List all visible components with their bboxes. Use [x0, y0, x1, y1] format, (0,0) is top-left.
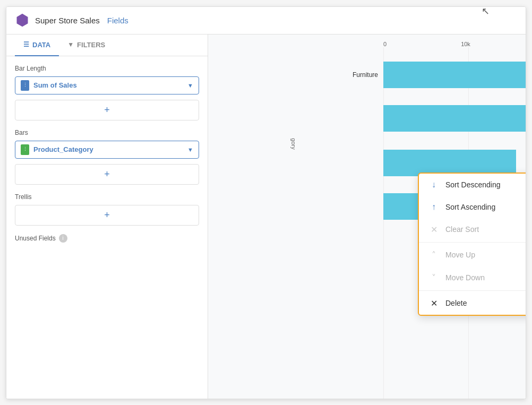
left-panel: ☰ DATA ▼ FILTERS Bar Length ⋮ [6, 35, 208, 399]
menu-item-clear-sort: ✕ Clear Sort [419, 218, 526, 241]
axis-label-10k: 10k [461, 41, 470, 47]
product-category-icon: ⋮ [21, 144, 29, 155]
move-up-label: Move Up [445, 251, 475, 259]
svg-marker-0 [17, 14, 28, 27]
sum-of-sales-text: Sum of Sales [33, 81, 183, 89]
bar-2 [383, 105, 526, 132]
bar-row-furniture: Furniture [208, 57, 526, 93]
move-up-icon: ˄ [428, 250, 439, 260]
bar-length-section: Bar Length ⋮ Sum of Sales ▼ + [15, 65, 199, 120]
menu-item-move-down: ˅ Move Down [419, 266, 526, 289]
trellis-section: Trellis + [15, 193, 199, 226]
menu-item-move-up: ˄ Move Up [419, 244, 526, 266]
tabs-bar: ☰ DATA ▼ FILTERS [6, 35, 208, 56]
filter-tab-icon: ▼ [67, 41, 74, 48]
clear-sort-icon: ✕ [428, 225, 439, 235]
add-trellis-btn[interactable]: + [15, 205, 199, 226]
menu-item-sort-asc[interactable]: ↑ Sort Ascending [419, 196, 526, 218]
panel-content: Bar Length ⋮ Sum of Sales ▼ + Bars [6, 56, 208, 399]
bar-furniture [383, 62, 526, 88]
app-window: Super Store Sales Fields ↖ ☰ DATA ▼ FILT… [6, 6, 526, 399]
bar-row-2 [208, 100, 526, 136]
move-down-icon: ˅ [428, 273, 439, 283]
menu-separator-1 [419, 242, 526, 243]
add-bars-btn[interactable]: + [15, 164, 199, 185]
bar-label-furniture: Furniture [208, 71, 383, 79]
sort-desc-icon: ↓ [428, 180, 439, 189]
unused-fields-row: Unused Fields i [15, 234, 199, 243]
trellis-label: Trellis [15, 193, 199, 201]
menu-separator-2 [419, 290, 526, 291]
header: Super Store Sales Fields ↖ [6, 7, 526, 35]
unused-fields-info-icon[interactable]: i [59, 234, 67, 243]
tab-data-label: DATA [32, 41, 50, 49]
unused-fields-label: Unused Fields [15, 235, 56, 242]
product-category-text: Product_Category [33, 145, 183, 153]
clear-sort-label: Clear Sort [445, 225, 479, 234]
axis-label-0: 0 [383, 41, 387, 47]
menu-item-delete[interactable]: ✕ Delete [419, 292, 526, 315]
main-area: ☰ DATA ▼ FILTERS Bar Length ⋮ [6, 35, 526, 399]
tab-data[interactable]: ☰ DATA [15, 35, 59, 56]
fields-link[interactable]: Fields [107, 16, 128, 25]
product-category-pill[interactable]: ⋮ Product_Category ▼ [15, 141, 199, 159]
data-tab-icon: ☰ [23, 41, 29, 48]
sum-of-sales-icon: ⋮ [21, 80, 29, 91]
context-menu: ↓ Sort Descending ↑ Sort Ascending ✕ Cle… [418, 173, 526, 316]
sum-of-sales-chevron: ▼ [187, 82, 193, 89]
bar-length-label: Bar Length [15, 65, 199, 72]
sum-of-sales-pill[interactable]: ⋮ Sum of Sales ▼ [15, 76, 199, 94]
product-category-chevron: ▼ [187, 147, 193, 153]
menu-item-sort-desc[interactable]: ↓ Sort Descending [419, 174, 526, 196]
cursor-icon: ↖ [482, 6, 490, 18]
chart-area: 0 10k 2 gory Furniture [208, 35, 526, 399]
bars-section: Bars ⋮ Product_Category ▼ + [15, 129, 199, 185]
add-bar-length-btn[interactable]: + [15, 100, 199, 120]
sort-asc-label: Sort Ascending [445, 203, 495, 211]
tab-filters[interactable]: ▼ FILTERS [59, 35, 114, 56]
bars-label: Bars [15, 129, 199, 136]
axis-labels-row: 0 10k 2 [298, 41, 526, 47]
move-down-label: Move Down [445, 273, 485, 282]
sort-asc-icon: ↑ [428, 202, 439, 212]
tab-filters-label: FILTERS [77, 41, 105, 49]
logo-icon [15, 13, 30, 28]
sort-desc-label: Sort Descending [445, 180, 501, 189]
app-title: Super Store Sales [35, 16, 100, 25]
delete-label: Delete [445, 299, 467, 307]
delete-icon: ✕ [428, 298, 439, 308]
